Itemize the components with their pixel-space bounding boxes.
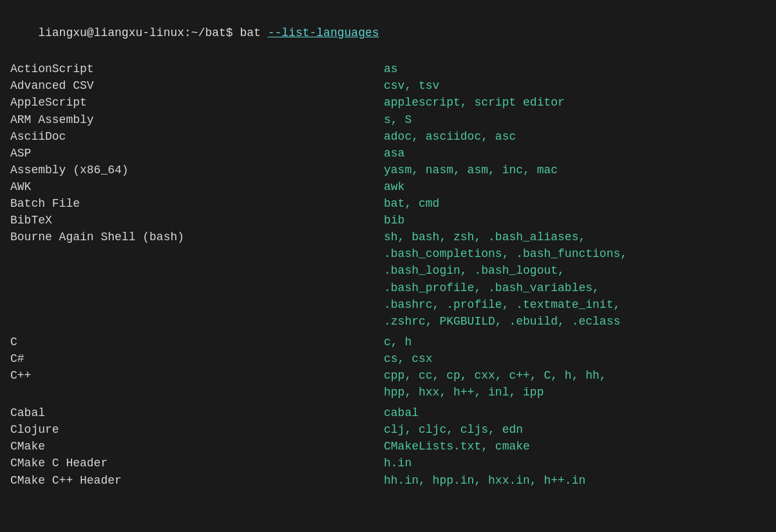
lang-row: C++cpp, cc, cp, cxx, c++, C, h, hh, hpp,… xyxy=(10,367,766,401)
lang-row: Batch Filebat, cmd xyxy=(10,195,766,212)
lang-row: AWKawk xyxy=(10,178,766,195)
lang-name: AsciiDoc xyxy=(10,128,384,145)
lang-name: ASP xyxy=(10,145,384,162)
lang-row: Advanced CSVcsv, tsv xyxy=(10,77,766,94)
lang-row: CMake C++ Headerhh.in, hpp.in, hxx.in, h… xyxy=(10,472,766,489)
languages-table: ActionScriptasAdvanced CSVcsv, tsvAppleS… xyxy=(10,61,766,488)
lang-exts: bat, cmd xyxy=(384,195,766,212)
lang-row: CMake C Headerh.in xyxy=(10,455,766,471)
lang-exts: asa xyxy=(384,145,766,162)
lang-name: CMake C Header xyxy=(10,455,384,471)
prompt: liangxu@liangxu-linux:~/bat$ xyxy=(38,26,240,39)
lang-exts: csv, tsv xyxy=(384,77,766,94)
lang-row: CMakeCMakeLists.txt, cmake xyxy=(10,438,766,455)
lang-row: AppleScriptapplescript, script editor xyxy=(10,94,766,111)
lang-exts: clj, cljc, cljs, edn xyxy=(384,421,766,438)
lang-name: AWK xyxy=(10,178,384,195)
lang-row: BibTeXbib xyxy=(10,212,766,229)
lang-row: Clojureclj, cljc, cljs, edn xyxy=(10,421,766,438)
lang-name: Advanced CSV xyxy=(10,77,384,94)
lang-row: Cc, h xyxy=(10,334,766,350)
lang-name: CMake xyxy=(10,438,384,455)
lang-exts: bib xyxy=(384,212,766,229)
lang-name: C++ xyxy=(10,367,384,401)
lang-exts: cabal xyxy=(384,404,766,421)
lang-name: Batch File xyxy=(10,195,384,212)
lang-name: Assembly (x86_64) xyxy=(10,162,384,178)
command-line: liangxu@liangxu-linux:~/bat$ bat --list-… xyxy=(10,8,766,58)
lang-exts: adoc, asciidoc, asc xyxy=(384,128,766,145)
lang-row: ARM Assemblys, S xyxy=(10,111,766,128)
lang-exts: c, h xyxy=(384,334,766,350)
lang-exts: CMakeLists.txt, cmake xyxy=(384,438,766,455)
command-args: --list-languages xyxy=(268,26,379,39)
command: bat xyxy=(240,26,267,39)
lang-name: ARM Assembly xyxy=(10,111,384,128)
lang-exts: hh.in, hpp.in, hxx.in, h++.in xyxy=(384,472,766,489)
lang-exts: s, S xyxy=(384,111,766,128)
lang-exts: applescript, script editor xyxy=(384,94,766,111)
lang-row: ASPasa xyxy=(10,145,766,162)
lang-exts: cpp, cc, cp, cxx, c++, C, h, hh, hpp, hx… xyxy=(384,367,766,401)
lang-name: BibTeX xyxy=(10,212,384,229)
lang-name: C xyxy=(10,334,384,350)
lang-name: AppleScript xyxy=(10,94,384,111)
lang-exts: h.in xyxy=(384,455,766,471)
lang-exts: awk xyxy=(384,178,766,195)
lang-row: C#cs, csx xyxy=(10,350,766,367)
terminal: liangxu@liangxu-linux:~/bat$ bat --list-… xyxy=(10,8,766,489)
lang-row: Cabalcabal xyxy=(10,404,766,421)
lang-exts: sh, bash, zsh, .bash_aliases, .bash_comp… xyxy=(384,229,766,330)
lang-row: Bourne Again Shell (bash)sh, bash, zsh, … xyxy=(10,229,766,330)
lang-name: CMake C++ Header xyxy=(10,472,384,489)
lang-name: C# xyxy=(10,350,384,367)
lang-exts: as xyxy=(384,61,766,77)
lang-exts: yasm, nasm, asm, inc, mac xyxy=(384,162,766,178)
lang-name: Clojure xyxy=(10,421,384,438)
lang-name: Cabal xyxy=(10,404,384,421)
lang-name: Bourne Again Shell (bash) xyxy=(10,229,384,330)
lang-row: Assembly (x86_64)yasm, nasm, asm, inc, m… xyxy=(10,162,766,178)
lang-row: AsciiDocadoc, asciidoc, asc xyxy=(10,128,766,145)
lang-row: ActionScriptas xyxy=(10,61,766,77)
lang-exts: cs, csx xyxy=(384,350,766,367)
lang-name: ActionScript xyxy=(10,61,384,77)
